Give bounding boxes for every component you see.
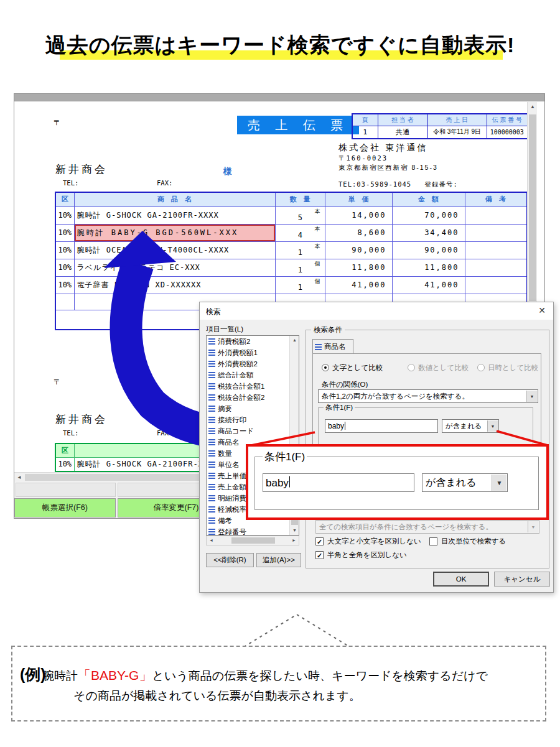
dropdown-arrow-icon: ▼: [528, 521, 538, 532]
close-icon[interactable]: ✕: [538, 305, 546, 315]
scroll-left-icon[interactable]: ◄: [14, 473, 24, 482]
checkbox-label: 目次単位で検索する: [441, 537, 506, 545]
scroll-down-icon[interactable]: ▼: [290, 526, 299, 535]
scroll-right-icon[interactable]: ►: [289, 536, 299, 545]
dialog-titlebar[interactable]: 検索 ✕: [200, 302, 553, 320]
scroll-left-icon[interactable]: ◄: [207, 536, 216, 545]
cancel-button[interactable]: キャンセル: [494, 572, 550, 587]
checkbox-ignore-case[interactable]: ✓ 大文字と小文字を区別しない: [315, 537, 421, 546]
list-item[interactable]: 外消費税額1: [207, 347, 299, 358]
radio-compare-datetime[interactable]: 日時として比較: [477, 364, 538, 373]
cell-tax: 10%: [55, 276, 74, 294]
example-line1: 腕時計「BABY-G」という商品の伝票を探したい時、キーワードを検索するだけで: [42, 667, 488, 684]
scroll-up-icon[interactable]: ▲: [290, 336, 299, 345]
field-list-label: 項目一覧(L): [206, 325, 243, 334]
list-item[interactable]: 商品コード: [207, 425, 299, 437]
checkbox-icon: [429, 537, 437, 545]
slip-info-value-row: 1 共通 令和 3年11月 9日 100000003: [352, 126, 528, 139]
relation-value: 条件1,2の両方が合致するページを検索する。: [322, 392, 469, 401]
form-select-button[interactable]: 帳票選択(F6): [14, 498, 116, 517]
checkbox-ignore-width[interactable]: ✓ 半角と全角を区別しない: [315, 551, 407, 560]
list-icon: [208, 506, 215, 513]
info-header-page: 頁: [352, 114, 378, 126]
cell-unit-price: 41,000: [325, 276, 392, 294]
radio-compare-text[interactable]: 文字として比較: [322, 364, 383, 373]
qty-value: 1: [298, 248, 302, 257]
list-item[interactable]: 税抜合計金額1: [207, 381, 299, 392]
scrollbar-thumb[interactable]: [529, 114, 536, 301]
scroll-up-icon[interactable]: ▲: [528, 102, 538, 111]
text-caret: [289, 476, 291, 488]
all-match-value: 全ての検索項目が条件に合致するページを検索する。: [319, 522, 493, 532]
cell-amount: 90,000: [392, 241, 465, 259]
list-item[interactable]: 税抜合計金額2: [207, 392, 299, 403]
cell-tax: 10%: [55, 206, 74, 224]
radio-label: 数値として比較: [418, 364, 469, 371]
list-item-label: 外消費税額2: [218, 360, 258, 368]
qty-value: 1: [298, 266, 302, 274]
condition1-operator-dropdown[interactable]: が含まれる ▼: [442, 419, 499, 433]
list-item[interactable]: 登録番号: [207, 526, 299, 536]
scrollbar-thumb[interactable]: [231, 537, 275, 544]
list-item[interactable]: 外消費税額2: [207, 358, 299, 369]
items-header-row: 区 商 品 名 数 量 単 価 金 額 備 考: [55, 192, 527, 206]
condition1-input[interactable]: baby: [325, 419, 438, 433]
list-item-label: 消費税額2: [218, 338, 250, 345]
cell-qty: 個1: [275, 276, 325, 294]
radio-icon: [408, 364, 415, 371]
add-button[interactable]: 追加(A)>>: [256, 553, 301, 567]
info-value-person: 共通: [378, 126, 427, 139]
list-item[interactable]: 接続行印: [207, 414, 299, 425]
col-product: 商 品 名: [74, 192, 275, 206]
list-icon: [208, 495, 215, 501]
list-icon: [208, 517, 215, 524]
registration-label: 登録番号:: [424, 180, 457, 188]
cell-note: [465, 276, 527, 294]
list-item-label: 税抜合計金額1: [218, 383, 264, 390]
cell-tax: 10%: [55, 457, 74, 471]
list-item[interactable]: 摘要: [207, 403, 299, 414]
seller-address: 東京都新宿区西新宿 8-15-3: [338, 164, 438, 172]
cell-product-highlighted: 腕時計 BABY-G BGD-560WL-XXX: [74, 224, 275, 241]
seller-company: 株式会社 東洋通信: [338, 142, 427, 154]
info-value-number: 100000003: [487, 126, 528, 139]
checkbox-search-by-index[interactable]: 目次単位で検索する: [429, 537, 506, 546]
list-item[interactable]: 総合計金額: [207, 369, 299, 381]
magnified-callout: 条件1(F) baby が含まれる ▼: [246, 444, 549, 520]
radio-compare-number[interactable]: 数値として比較: [408, 364, 469, 373]
ok-button[interactable]: OK: [433, 572, 489, 587]
cell-note: [465, 241, 527, 259]
cell-note: [465, 206, 527, 224]
tab-label: 商品名: [324, 343, 346, 350]
unit-label: 個: [315, 260, 320, 268]
postal-mark: 〒: [54, 377, 61, 387]
callout-condition1-group: 条件1(F) baby が含まれる ▼: [254, 457, 539, 510]
list-item-label: 総合計金額: [218, 371, 254, 379]
example-box: (例) 腕時計「BABY-G」という商品の伝票を探したい時、キーワードを検索する…: [11, 646, 546, 721]
tab-product-name[interactable]: 商品名: [312, 339, 353, 354]
list-icon: [208, 462, 215, 468]
cell-unit-price: 14,000: [325, 206, 392, 224]
remove-button[interactable]: <<削除(R): [206, 553, 254, 567]
cell-note: [465, 259, 527, 276]
dropdown-arrow-icon[interactable]: ▼: [487, 420, 498, 432]
dropdown-arrow-icon[interactable]: ▼: [526, 391, 537, 402]
cell-tax: 10%: [55, 241, 74, 259]
listbox-horizontal-scrollbar[interactable]: ◄ ►: [206, 536, 299, 545]
relation-dropdown[interactable]: 条件1,2の両方が合致するページを検索する。 ▼: [318, 389, 538, 403]
example-keyword: 「BABY-G」: [78, 668, 152, 682]
list-item[interactable]: 消費税額2: [207, 336, 299, 347]
list-item-label: 税抜合計金額2: [218, 394, 264, 401]
cell-qty: 個1: [275, 259, 325, 276]
customer-tel-label: TEL:: [63, 179, 78, 187]
postal-mark: 〒: [54, 118, 61, 128]
radio-label: 日時として比較: [488, 364, 538, 371]
unit-label: 本: [315, 243, 320, 251]
info-header-date: 売 上 日: [427, 114, 487, 126]
example-line2: その商品が掲載されている伝票が自動表示されます。: [73, 688, 361, 704]
qty-value: 4: [298, 231, 302, 239]
list-icon: [208, 372, 215, 378]
cell-qty: 本5: [275, 206, 325, 224]
list-icon: [208, 417, 215, 423]
list-item-label: 摘要: [218, 405, 232, 412]
